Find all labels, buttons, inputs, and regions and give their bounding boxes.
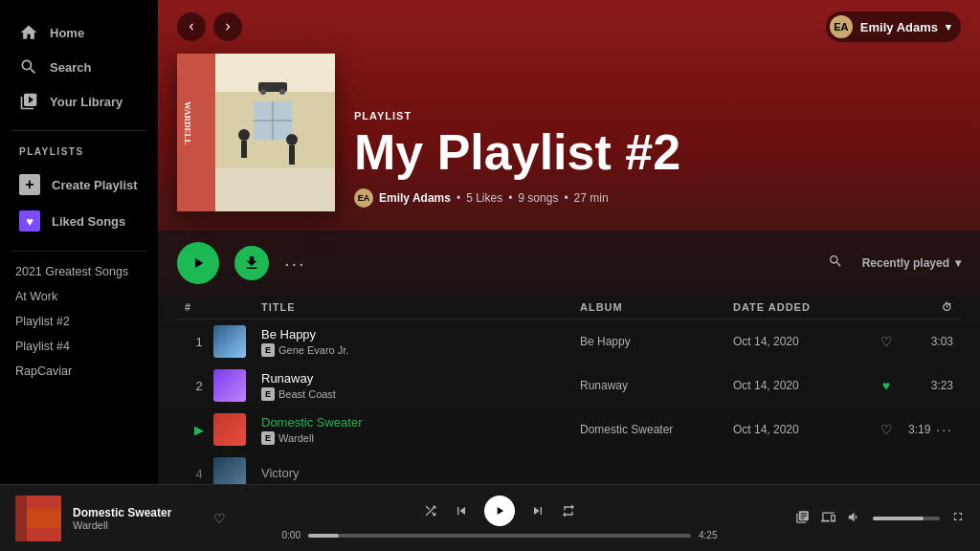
download-button[interactable] bbox=[234, 246, 269, 280]
dropdown-icon: ▾ bbox=[946, 21, 951, 33]
bottom-player: Domestic Sweater Wardell ♡ 0:00 bbox=[0, 484, 980, 551]
sidebar: Home Search Your Library bbox=[0, 0, 158, 484]
explicit-badge: E bbox=[261, 387, 275, 401]
volume-button[interactable] bbox=[847, 510, 861, 527]
play-button[interactable] bbox=[177, 242, 219, 284]
home-icon bbox=[19, 23, 38, 42]
more-options-button[interactable]: ··· bbox=[284, 253, 306, 275]
shuffle-button[interactable] bbox=[423, 503, 438, 518]
track-details: Runaway E Beast Coast bbox=[252, 371, 580, 401]
sidebar-item-home[interactable]: Home bbox=[11, 15, 146, 50]
svg-rect-16 bbox=[15, 496, 27, 541]
table-row[interactable]: 4 Victory bbox=[177, 452, 961, 484]
search-tracks-button[interactable] bbox=[824, 250, 847, 276]
sort-dropdown[interactable]: Recently played ▾ bbox=[862, 256, 961, 270]
track-thumbnail bbox=[213, 457, 246, 484]
create-playlist-button[interactable]: + Create Playlist bbox=[11, 166, 146, 203]
owner-avatar: EA bbox=[354, 188, 373, 208]
progress-track[interactable] bbox=[308, 534, 691, 538]
track-number: ▶ bbox=[185, 423, 213, 437]
progress-bar: 0:00 4:25 bbox=[270, 530, 729, 540]
back-button[interactable] bbox=[177, 12, 206, 41]
volume-bar[interactable] bbox=[873, 517, 940, 520]
nav-arrows bbox=[177, 12, 242, 41]
next-button[interactable] bbox=[530, 503, 546, 518]
repeat-button[interactable] bbox=[561, 503, 576, 518]
playlist-list-item[interactable]: At Work bbox=[8, 284, 150, 309]
playlist-meta: EA Emily Adams • 5 Likes • 9 songs • 27 … bbox=[354, 188, 961, 208]
track-more-options[interactable]: ··· bbox=[936, 422, 953, 437]
table-row[interactable]: ▶ Domestic Sweater E Wardell Domestic Sw… bbox=[177, 408, 961, 452]
track-album: Be Happy bbox=[580, 335, 733, 348]
now-playing-title: Domestic Sweater bbox=[73, 506, 202, 519]
track-title: Victory bbox=[261, 466, 580, 480]
sidebar-divider bbox=[11, 130, 146, 131]
now-playing-like-button[interactable]: ♡ bbox=[213, 511, 226, 526]
track-artist: E Beast Coast bbox=[261, 387, 580, 401]
fullscreen-button[interactable] bbox=[951, 510, 965, 526]
track-date: Oct 14, 2020 bbox=[733, 379, 867, 392]
track-artist: E Gene Evaro Jr. bbox=[261, 343, 580, 357]
track-details: Be Happy E Gene Evaro Jr. bbox=[252, 327, 580, 357]
track-table: # TITLE ALBUM DATE ADDED ⏱ 1 Be Happy E … bbox=[158, 296, 980, 484]
playlist-likes: 5 Likes bbox=[466, 191, 502, 205]
playlist-type-label: PLAYLIST bbox=[354, 110, 961, 121]
top-bar: EA Emily Adams ▾ bbox=[158, 0, 980, 54]
svg-rect-11 bbox=[289, 145, 295, 165]
playlist-duration: 27 min bbox=[574, 191, 609, 205]
queue-button[interactable] bbox=[795, 510, 810, 527]
svg-rect-17 bbox=[27, 509, 61, 528]
volume-fill bbox=[873, 517, 924, 520]
track-thumbnail bbox=[213, 325, 246, 358]
playlists-label: PLAYLISTS bbox=[11, 146, 146, 157]
now-playing-info: Domestic Sweater Wardell bbox=[73, 506, 202, 531]
track-like[interactable]: ♡ bbox=[867, 422, 905, 437]
sort-label: Recently played bbox=[862, 256, 949, 270]
track-duration: 3:19 ··· bbox=[905, 422, 953, 437]
track-like[interactable]: ♥ bbox=[867, 378, 905, 393]
svg-point-14 bbox=[279, 89, 285, 95]
player-right-controls bbox=[773, 510, 965, 527]
col-title: TITLE bbox=[252, 301, 580, 313]
plus-icon: + bbox=[19, 174, 40, 195]
svg-rect-9 bbox=[241, 141, 247, 158]
forward-button[interactable] bbox=[213, 12, 242, 41]
playlist-list-item[interactable]: Playlist #2 bbox=[8, 309, 150, 334]
track-number: 2 bbox=[185, 379, 213, 393]
playlist-controls: ··· Recently played ▾ bbox=[158, 231, 980, 296]
sidebar-item-search[interactable]: Search bbox=[11, 50, 146, 84]
table-row[interactable]: 2 Runaway E Beast Coast Runaway Oct 14, … bbox=[177, 364, 961, 408]
previous-button[interactable] bbox=[454, 503, 469, 518]
playlist-cover: WARDELL bbox=[177, 54, 335, 211]
total-time: 4:25 bbox=[699, 530, 729, 540]
track-like[interactable]: ♡ bbox=[867, 334, 905, 349]
track-details: Domestic Sweater E Wardell bbox=[252, 415, 580, 445]
user-menu[interactable]: EA Emily Adams ▾ bbox=[826, 11, 961, 42]
sidebar-item-library[interactable]: Your Library bbox=[11, 84, 146, 119]
owner-name[interactable]: Emily Adams bbox=[379, 191, 451, 205]
track-number: 1 bbox=[185, 335, 213, 349]
play-pause-button[interactable] bbox=[484, 496, 515, 526]
track-thumbnail bbox=[213, 369, 246, 402]
now-playing-thumbnail bbox=[15, 496, 61, 541]
table-header: # TITLE ALBUM DATE ADDED ⏱ bbox=[177, 296, 961, 320]
table-row[interactable]: 1 Be Happy E Gene Evaro Jr. Be Happy Oct… bbox=[177, 320, 961, 364]
track-thumbnail bbox=[213, 413, 246, 446]
playlist-list-item[interactable]: 2021 Greatest Songs bbox=[8, 259, 150, 284]
player-controls: 0:00 4:25 bbox=[237, 496, 762, 540]
track-album: Domestic Sweater bbox=[580, 423, 733, 436]
track-title: Domestic Sweater bbox=[261, 415, 580, 430]
sort-chevron-icon: ▾ bbox=[955, 256, 961, 270]
user-name: Emily Adams bbox=[860, 20, 938, 34]
liked-songs-button[interactable]: ♥ Liked Songs bbox=[11, 203, 146, 239]
playlist-list-item[interactable]: RapCaviar bbox=[8, 359, 150, 384]
devices-button[interactable] bbox=[821, 510, 835, 527]
playlist-list-item[interactable]: Playlist #4 bbox=[8, 334, 150, 359]
playlist-header: WARDELL bbox=[158, 54, 980, 231]
svg-rect-3 bbox=[215, 168, 335, 211]
track-date: Oct 14, 2020 bbox=[733, 335, 867, 348]
playlist-songs: 9 songs bbox=[518, 191, 558, 205]
track-details: Victory bbox=[252, 466, 580, 482]
playlist-info: PLAYLIST My Playlist #2 EA Emily Adams •… bbox=[354, 110, 961, 211]
explicit-badge: E bbox=[261, 431, 275, 445]
